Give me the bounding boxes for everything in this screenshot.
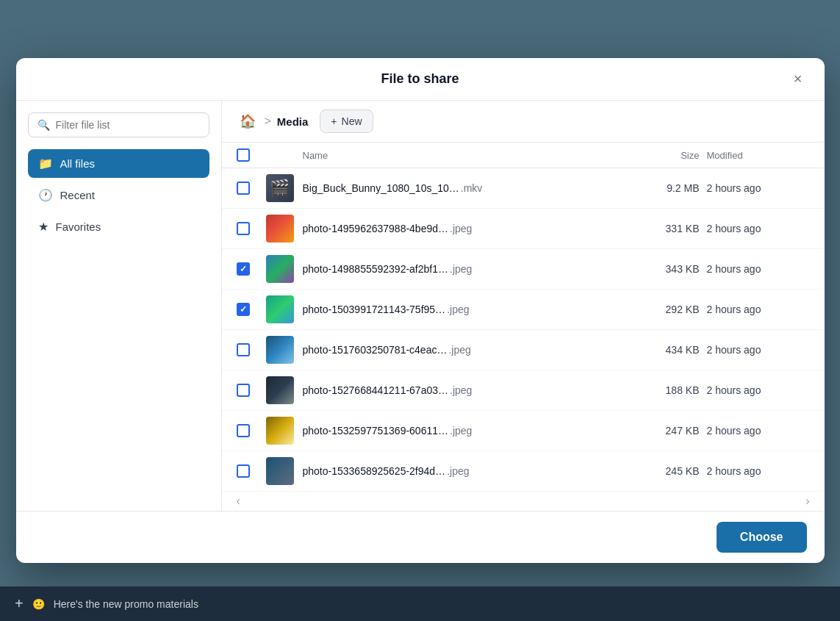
checkbox-2[interactable] <box>237 222 250 235</box>
file-modified-5: 2 hours ago <box>707 344 810 356</box>
column-size: Size <box>633 150 707 161</box>
checkbox-6[interactable] <box>237 384 250 397</box>
table-row[interactable]: photo-1495962637988-4be9d… .jpeg 331 KB2… <box>222 209 825 249</box>
dialog-header: File to share × <box>16 58 825 101</box>
file-thumb-2 <box>266 215 294 243</box>
file-name-cell-1: Big_Buck_Bunny_1080_10s_10… .mkv <box>303 182 633 194</box>
file-size-5: 434 KB <box>633 344 707 356</box>
checkbox-8[interactable] <box>237 464 250 478</box>
file-size-1: 9.2 MB <box>633 182 707 194</box>
folder-icon: 📁 <box>38 157 53 170</box>
sidebar-item-label: All files <box>60 157 96 170</box>
search-input[interactable] <box>56 119 200 131</box>
column-name: Name <box>303 150 633 161</box>
file-thumb-7 <box>266 417 294 445</box>
file-size-4: 292 KB <box>633 304 707 315</box>
star-icon: ★ <box>38 220 49 234</box>
bottom-bar-message: Here's the new promo materials <box>54 598 198 610</box>
column-modified: Modified <box>707 150 810 161</box>
file-ext-2: .jpeg <box>450 223 472 234</box>
checkbox-1[interactable] <box>237 182 250 195</box>
table-row[interactable]: photo-1517603250781-c4eac… .jpeg 434 KB2… <box>222 330 825 370</box>
row-checkbox-7[interactable] <box>237 424 266 437</box>
file-ext-7: .jpeg <box>450 425 472 437</box>
file-name-cell-6: photo-1527668441211-67a03… .jpeg <box>303 384 633 396</box>
scroll-right-icon: › <box>805 495 809 508</box>
scroll-indicators: ‹ › <box>222 492 825 511</box>
file-name-cell-4: photo-1503991721143-75f95… .jpeg <box>303 304 633 315</box>
bottom-plus-button[interactable]: + <box>15 595 24 612</box>
dialog-overlay: File to share × 🔍 📁 All files 🕐 Recent <box>0 0 840 621</box>
main-content: 🏠 > Media + New Name Size Mod <box>222 101 825 511</box>
table-row[interactable]: 🎬 Big_Buck_Bunny_1080_10s_10… .mkv 9.2 M… <box>222 168 825 209</box>
file-name-6: photo-1527668441211-67a03… <box>303 384 449 396</box>
dialog-body: 🔍 📁 All files 🕐 Recent ★ Favorites <box>16 101 825 511</box>
checkbox-3[interactable] <box>237 262 250 276</box>
file-list-header: Name Size Modified <box>222 143 825 168</box>
dialog-footer: Choose <box>16 511 825 563</box>
sidebar-item-recent[interactable]: 🕐 Recent <box>28 181 209 209</box>
file-name-cell-2: photo-1495962637988-4be9d… .jpeg <box>303 223 633 234</box>
file-thumb-5 <box>266 336 294 364</box>
file-ext-5: .jpeg <box>448 344 470 356</box>
file-name-7: photo-1532597751369-60611… <box>303 425 449 437</box>
file-modified-3: 2 hours ago <box>707 263 810 275</box>
file-thumb-1: 🎬 <box>266 174 294 202</box>
file-thumb-8 <box>266 457 294 485</box>
table-row[interactable]: photo-1527668441211-67a03… .jpeg 188 KB2… <box>222 370 825 411</box>
breadcrumb-separator: > <box>265 115 271 128</box>
file-ext-8: .jpeg <box>447 465 469 477</box>
file-modified-7: 2 hours ago <box>707 425 810 437</box>
sidebar-item-favorites[interactable]: ★ Favorites <box>28 212 209 241</box>
header-checkbox[interactable] <box>237 148 250 162</box>
close-button[interactable]: × <box>786 68 810 91</box>
file-name-cell-7: photo-1532597751369-60611… .jpeg <box>303 425 633 437</box>
select-all-checkbox[interactable] <box>237 148 266 162</box>
table-row[interactable]: photo-1532597751369-60611… .jpeg 247 KB2… <box>222 411 825 451</box>
row-checkbox-4[interactable] <box>237 303 266 316</box>
file-size-2: 331 KB <box>633 223 707 234</box>
row-checkbox-5[interactable] <box>237 343 266 356</box>
new-button[interactable]: + New <box>320 110 373 133</box>
file-ext-6: .jpeg <box>450 384 472 396</box>
file-modified-1: 2 hours ago <box>707 182 810 194</box>
scroll-left-icon: ‹ <box>237 495 240 508</box>
file-share-dialog: File to share × 🔍 📁 All files 🕐 Recent <box>16 58 825 563</box>
home-button[interactable]: 🏠 <box>237 110 259 132</box>
file-name-4: photo-1503991721143-75f95… <box>303 304 446 315</box>
row-checkbox-2[interactable] <box>237 222 266 235</box>
sidebar-item-all-files[interactable]: 📁 All files <box>28 149 209 178</box>
clock-icon: 🕐 <box>38 188 53 202</box>
row-checkbox-6[interactable] <box>237 384 266 397</box>
search-icon: 🔍 <box>37 119 50 131</box>
table-row[interactable]: photo-1533658925625-2f94d… .jpeg 245 KB2… <box>222 451 825 492</box>
file-name-5: photo-1517603250781-c4eac… <box>303 344 448 356</box>
table-row[interactable]: photo-1503991721143-75f95… .jpeg 292 KB2… <box>222 290 825 330</box>
file-name-cell-5: photo-1517603250781-c4eac… .jpeg <box>303 344 633 356</box>
file-size-8: 245 KB <box>633 465 707 477</box>
checkbox-4[interactable] <box>237 303 250 316</box>
file-thumb-3 <box>266 255 294 283</box>
file-thumb-4 <box>266 295 294 323</box>
new-plus-icon: + <box>331 115 337 127</box>
file-ext-4: .jpeg <box>447 304 469 315</box>
file-thumb-6 <box>266 376 294 404</box>
bottom-bar: + 🙂 Here's the new promo materials <box>0 586 840 621</box>
sidebar-item-label: Favorites <box>56 220 101 233</box>
file-name-2: photo-1495962637988-4be9d… <box>303 223 449 234</box>
choose-button[interactable]: Choose <box>717 522 807 553</box>
new-button-label: New <box>342 115 362 127</box>
file-modified-2: 2 hours ago <box>707 223 810 234</box>
dialog-title: File to share <box>381 71 459 87</box>
row-checkbox-8[interactable] <box>237 464 266 478</box>
row-checkbox-3[interactable] <box>237 262 266 276</box>
file-modified-4: 2 hours ago <box>707 304 810 315</box>
checkbox-5[interactable] <box>237 343 250 356</box>
smiley-icon: 🙂 <box>32 598 45 610</box>
checkbox-7[interactable] <box>237 424 250 437</box>
file-modified-8: 2 hours ago <box>707 465 810 477</box>
row-checkbox-1[interactable] <box>237 182 266 195</box>
file-ext-3: .jpeg <box>450 263 472 275</box>
table-row[interactable]: photo-1498855592392-af2bf1… .jpeg 343 KB… <box>222 249 825 290</box>
search-box[interactable]: 🔍 <box>28 112 209 137</box>
